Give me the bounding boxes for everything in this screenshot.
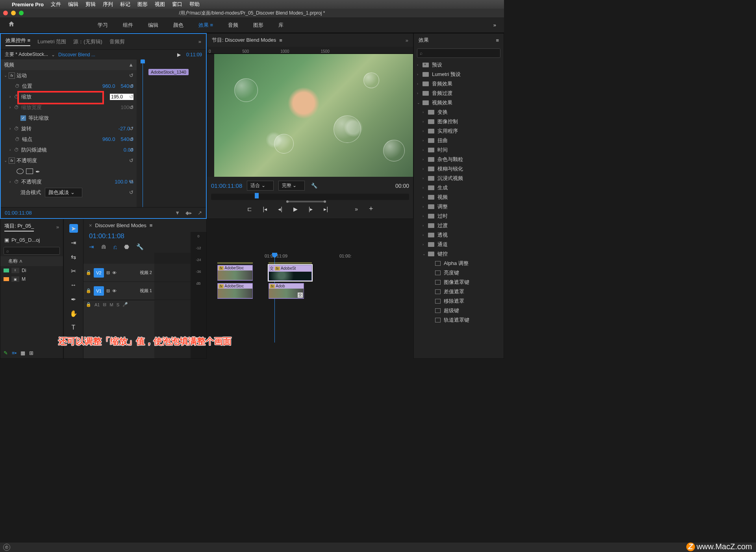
chevron-down-icon[interactable]: ⌄ [51,52,55,57]
menu-marker[interactable]: 标记 [120,1,130,8]
lock-icon[interactable]: 🔒 [86,270,91,275]
effects-tree-item[interactable]: ›变换 [414,107,504,117]
add-button-icon[interactable]: + [369,205,373,213]
bin-icon[interactable]: ▣ [4,237,9,243]
effects-tree-item[interactable]: ›音频效果 [414,79,504,89]
project-search[interactable] [4,247,60,255]
effects-tree-item[interactable]: ›Lumetri 预设 [414,70,504,79]
effects-tree-item[interactable]: ⌄视频效果 [414,98,504,107]
zoom-window-button[interactable] [19,11,24,15]
resolution-dropdown[interactable]: 完整 ⌄ [278,181,305,191]
lock-icon[interactable]: 🔒 [86,302,91,307]
menu-clip[interactable]: 剪辑 [85,1,96,8]
pen-mask-icon[interactable]: ✒ [35,169,43,174]
effects-tree-item[interactable]: 图像遮罩键 [414,278,504,287]
clip-v2-2[interactable]: 交 fx AdobeSt [269,265,312,281]
go-to-in-icon[interactable]: |◂ [263,206,267,212]
transport-overflow[interactable]: » [355,206,358,212]
panel-overflow[interactable]: » [406,37,408,43]
stopwatch-icon[interactable]: ⏱ [14,126,19,132]
effects-tree-item[interactable]: ›时间 [414,145,504,155]
type-tool[interactable]: T [69,323,78,332]
clip-v2-1[interactable]: fx AdobeStoc [217,265,253,281]
v1-target[interactable]: V1 [94,286,104,296]
pencil-icon[interactable]: ✎ [4,350,8,356]
fx-badge[interactable]: fx [9,72,15,79]
mark-in-icon[interactable]: ⊏ [247,206,252,212]
wrench-icon[interactable]: 🔧 [136,243,144,250]
close-window-button[interactable] [3,11,8,15]
sync-lock-icon[interactable]: ⊟ [106,288,110,293]
blend-mode-dropdown[interactable]: 颜色减淡 ⌄ [45,188,82,197]
razor-tool[interactable]: ✂ [69,267,78,275]
program-canvas[interactable] [214,54,413,177]
play-icon[interactable]: ▶ [177,52,181,57]
effects-tree-item[interactable]: ⌄键控 [414,249,504,259]
twirl-icon[interactable]: › [9,126,14,131]
ws-graphics[interactable]: 图形 [252,21,265,30]
ellipse-mask-icon[interactable] [17,169,24,174]
export-icon[interactable]: ↗ [198,210,202,216]
menu-sequence[interactable]: 序列 [103,1,113,8]
play-icon[interactable]: ▶ [293,206,298,212]
collapse-icon[interactable]: ▲ [128,62,133,68]
effects-tree-item[interactable]: ›过渡 [414,221,504,230]
playhead-icon[interactable] [255,193,259,198]
timeline-timecode[interactable]: 01:00:11:08 [83,232,206,241]
reset-icon[interactable]: ↺ [129,157,133,163]
effects-tree-item[interactable]: ›扭曲 [414,136,504,145]
hand-tool[interactable]: ✋ [69,309,78,318]
tab-lumetri-scopes[interactable]: Lumetri 范围 [37,38,66,45]
clip-v1-2[interactable]: fx Adob交 [269,283,304,299]
menu-edit[interactable]: 编辑 [68,1,78,8]
mic-icon[interactable]: 🎤 [122,302,128,307]
magnet-icon[interactable]: ⋒ [101,243,106,250]
reset-icon[interactable]: ↺ [129,179,133,185]
effects-tree[interactable]: ›预设›Lumetri 预设›音频效果›音频过渡⌄视频效果›变换›图像控制›实用… [414,59,504,358]
menu-graphics[interactable]: 图形 [137,1,148,8]
panel-overflow[interactable]: » [198,39,201,44]
linked-selection-icon[interactable]: ⎌ [113,244,117,250]
freeform-view-icon[interactable]: ⊞ [29,350,33,356]
ws-learn[interactable]: 学习 [96,21,109,30]
twirl-icon[interactable]: › [9,180,14,184]
v2-target[interactable]: V2 [94,268,104,278]
reset-icon[interactable]: ↺ [129,126,133,132]
project-item[interactable]: ⫴Di [0,266,63,275]
panel-overflow[interactable]: » [56,224,59,230]
effects-tree-item[interactable]: ›生成 [414,183,504,193]
menu-window[interactable]: 窗口 [172,1,182,8]
effects-search[interactable] [417,48,500,58]
tab-source[interactable]: 源：(无剪辑) [73,38,102,45]
effects-tree-item[interactable]: ›透视 [414,230,504,240]
selection-tool[interactable]: ➤ [69,224,78,233]
ws-color[interactable]: 颜色 [172,21,185,30]
twirl-icon[interactable]: › [9,148,14,152]
ec-source-label[interactable]: 主要 * AdobeStock... [5,51,48,58]
bin-name[interactable]: Pr_05_D...oj [11,237,40,243]
icon-view-icon[interactable]: ▦ [20,350,25,356]
filter-icon[interactable]: ▼ [175,210,180,216]
list-view-icon[interactable]: ≡▪ [12,350,17,356]
menu-file[interactable]: 文件 [51,1,61,8]
reset-icon[interactable]: ↺ [129,147,133,153]
effects-tree-item[interactable]: 轨道遮罩键 [414,315,504,325]
motion-effect[interactable]: 运动 [17,72,27,79]
tab-project[interactable]: 项目: Pr_05_ [4,222,34,232]
program-scrubber[interactable] [211,194,409,200]
twirl-icon[interactable]: › [9,94,14,99]
effects-tree-item[interactable]: 移除遮罩 [414,296,504,306]
eye-icon[interactable]: 👁 [112,289,117,293]
effects-tree-item[interactable]: ›沉浸式视频 [414,174,504,183]
sync-lock-icon[interactable]: ⊟ [103,302,106,307]
clip-v1-1[interactable]: fx AdobeStoc [217,283,253,299]
mini-clip[interactable]: AdobeStock_1340 [148,69,189,75]
tab-audio-clip[interactable]: 音频剪 [109,38,125,45]
snap-icon[interactable]: ⇥ [89,243,94,250]
reset-icon[interactable]: ↺ [129,94,133,100]
rect-mask-icon[interactable] [26,169,33,174]
effects-tree-item[interactable]: ›通道 [414,240,504,249]
ws-effects[interactable]: 效果 [197,21,215,30]
sort-icon[interactable]: ∧ [19,258,23,264]
ec-timecode[interactable]: 01:00:11:08 [5,210,32,216]
